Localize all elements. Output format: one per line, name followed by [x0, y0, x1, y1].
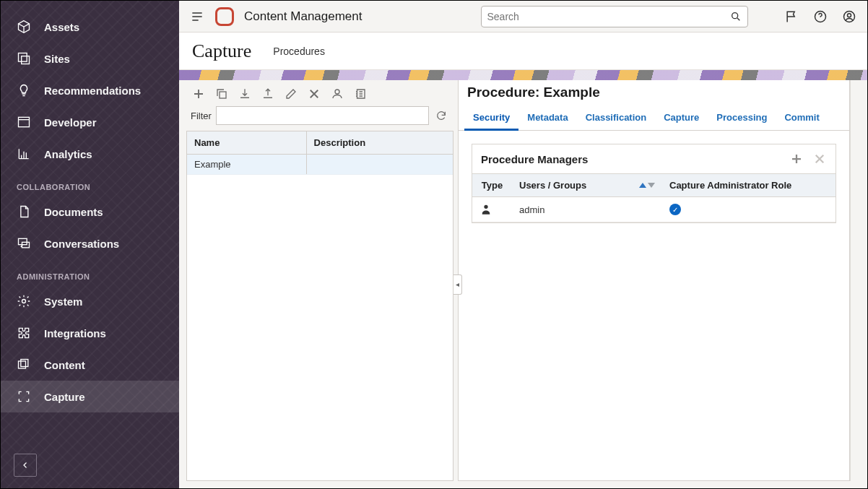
procedure-title-name: Example [544, 85, 600, 100]
managers-table-header: Type Users / Groups Capture Administrato… [472, 173, 836, 197]
sidebar-item-label: Conversations [44, 238, 119, 250]
filter-label: Filter [191, 111, 212, 121]
search-input[interactable] [487, 11, 730, 22]
procedures-toolbar [186, 83, 453, 106]
sidebar-item-developer[interactable]: Developer [1, 106, 179, 138]
table-row[interactable]: Example [187, 155, 453, 175]
refresh-button[interactable] [433, 108, 449, 124]
cell-name: Example [187, 155, 307, 174]
cell-description [307, 155, 453, 174]
sidebar-item-label: Content [44, 359, 85, 371]
sort-desc-icon [648, 183, 655, 188]
sites-icon [17, 51, 31, 66]
sort-asc-icon [639, 183, 646, 188]
sidebar-item-label: Sites [44, 53, 70, 65]
sort-indicator[interactable] [639, 183, 655, 188]
menu-icon[interactable] [189, 9, 205, 25]
main: Content Management Capt [179, 1, 867, 488]
delete-button[interactable] [306, 86, 322, 102]
tab-commit[interactable]: Commit [776, 105, 828, 130]
edit-button[interactable] [283, 86, 299, 102]
card-title: Procedure Managers [481, 153, 588, 165]
gear-icon [17, 294, 31, 308]
list-button[interactable] [352, 86, 368, 102]
topbar: Content Management [179, 1, 867, 33]
tab-processing[interactable]: Processing [708, 105, 776, 130]
copy-button[interactable] [214, 86, 230, 102]
person-icon [479, 203, 492, 216]
import-button[interactable] [237, 86, 253, 102]
svg-point-13 [335, 90, 339, 94]
sidebar-collapse-button[interactable] [14, 454, 37, 477]
procedure-title: Procedure: Example [459, 80, 849, 102]
sidebar-item-sites[interactable]: Sites [1, 43, 179, 74]
stack-icon [17, 358, 31, 372]
flag-icon[interactable] [784, 9, 799, 25]
managers-table: Type Users / Groups Capture Administrato… [472, 173, 836, 222]
filter-input[interactable] [216, 106, 429, 125]
procedure-managers-card: Procedure Managers [472, 144, 836, 223]
add-button[interactable] [191, 86, 207, 102]
tab-classification[interactable]: Classification [577, 105, 656, 130]
sidebar-item-label: Analytics [44, 148, 92, 160]
chat-icon [17, 236, 31, 251]
decorative-stripe [179, 70, 867, 80]
procedures-list-pane: Filter Name Description Example [186, 80, 453, 481]
scrollbar[interactable] [850, 80, 860, 481]
col-role-header[interactable]: Capture Administrator Role [662, 174, 836, 196]
splitter-handle[interactable]: ◂ [453, 274, 462, 295]
col-users-label: Users / Groups [519, 180, 586, 191]
sidebar-item-analytics[interactable]: Analytics [1, 138, 179, 170]
content: Filter Name Description Example [179, 80, 867, 488]
col-type-header[interactable]: Type [472, 174, 512, 196]
svg-point-11 [848, 13, 851, 17]
sidebar-item-label: Documents [44, 206, 103, 218]
cell-role: ✓ [662, 198, 836, 222]
svg-rect-3 [19, 238, 27, 244]
sidebar-item-assets[interactable]: Assets [1, 11, 179, 43]
svg-rect-0 [19, 53, 27, 62]
sidebar-item-documents[interactable]: Documents [1, 196, 179, 228]
svg-point-5 [22, 300, 26, 303]
cell-user: admin [512, 199, 662, 221]
sidebar-item-conversations[interactable]: Conversations [1, 228, 179, 259]
sidebar-item-integrations[interactable]: Integrations [1, 317, 179, 349]
cube-icon [17, 20, 31, 34]
user-button[interactable] [329, 86, 345, 102]
sidebar-item-label: Developer [44, 116, 97, 129]
page-title: Capture [192, 40, 251, 62]
brand-logo [215, 7, 234, 26]
col-name-header[interactable]: Name [187, 131, 307, 154]
sidebar-item-label: Recommendations [44, 85, 141, 97]
search-field-wrap[interactable] [481, 6, 748, 27]
check-icon: ✓ [669, 204, 681, 215]
col-description-header[interactable]: Description [307, 131, 453, 154]
sidebar-item-system[interactable]: System [1, 285, 179, 317]
sidebar-item-recommendations[interactable]: Recommendations [1, 74, 179, 106]
tab-capture[interactable]: Capture [655, 105, 708, 130]
search-icon[interactable] [730, 11, 742, 22]
add-manager-button[interactable] [789, 152, 804, 166]
tab-metadata[interactable]: Metadata [518, 105, 576, 130]
table-header: Name Description [187, 131, 453, 155]
svg-rect-6 [19, 361, 26, 368]
export-button[interactable] [260, 86, 276, 102]
doc-icon [17, 204, 31, 219]
filter-row: Filter [186, 106, 453, 131]
managers-table-row[interactable]: admin ✓ [472, 197, 836, 222]
page-header: Capture Procedures [179, 33, 867, 70]
tab-security[interactable]: Security [464, 105, 518, 131]
capture-icon [17, 389, 31, 404]
sidebar: Assets Sites Recommendations Developer A [1, 1, 179, 488]
col-users-header[interactable]: Users / Groups [512, 174, 662, 196]
sidebar-item-content[interactable]: Content [1, 349, 179, 381]
sidebar-item-label: Integrations [44, 327, 106, 339]
tabs: Security Metadata Classification Capture… [459, 105, 849, 131]
breadcrumb[interactable]: Procedures [273, 46, 325, 57]
sidebar-item-label: Capture [44, 391, 85, 403]
remove-manager-button [812, 152, 827, 166]
sidebar-item-capture[interactable]: Capture [1, 381, 179, 412]
svg-rect-1 [22, 56, 30, 64]
user-icon[interactable] [841, 9, 857, 25]
help-icon[interactable] [812, 9, 828, 25]
